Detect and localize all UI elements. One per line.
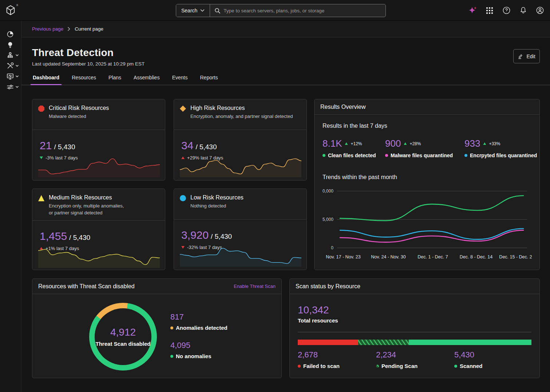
threat-scan-panel: Resources with Threat Scan disabled Enab…: [32, 278, 282, 378]
filter-sliders-icon: [6, 83, 15, 91]
topbar-actions: [468, 0, 544, 21]
stat-label: Anomalies detected: [176, 325, 227, 331]
trends-title: Trends within the past month: [323, 174, 397, 181]
card-body: 34/ 5,430 +29% last 7 days: [174, 130, 306, 180]
page-header: Threat Detection Last updated September …: [21, 37, 550, 67]
search-field[interactable]: [210, 4, 385, 17]
stat-value: 5,430: [454, 350, 483, 360]
sidebar-item-analytics[interactable]: [0, 29, 21, 39]
delta-up-icon: [483, 142, 486, 145]
registered-mark: ®: [16, 4, 18, 7]
svg-text:10,000: 10,000: [323, 189, 333, 194]
stat-label: Scanned: [460, 363, 483, 369]
brand-cube-icon: [5, 5, 16, 16]
lightbulb-icon: [6, 40, 15, 49]
bar-segment-pending: [358, 340, 409, 345]
monitor-pulse-icon: [6, 72, 15, 81]
stat-clean-files: 8.1K +12% Clean files detected: [323, 138, 385, 158]
delta-up-icon: [404, 142, 407, 145]
search-scope-dropdown[interactable]: Search: [176, 4, 210, 17]
edit-button[interactable]: Edit: [513, 49, 540, 63]
low-risk-card: Low Risk Resources Nothing detected 3,92…: [174, 189, 307, 270]
card-description: Encryption only, multiple anomalies, or …: [49, 203, 124, 217]
tab-plans[interactable]: Plans: [108, 75, 122, 85]
risk-total: / 5,430: [211, 233, 232, 240]
breadcrumb-previous-link[interactable]: Previous page: [32, 26, 63, 32]
search-scope-label: Search: [181, 8, 197, 13]
stat-pending-scan: 2,234 Pending Scan: [376, 350, 418, 369]
svg-text:0: 0: [331, 245, 333, 250]
notifications-icon[interactable]: [519, 6, 527, 15]
panel-title: Resources with Threat Scan disabled: [38, 283, 135, 290]
account-icon[interactable]: [535, 6, 544, 15]
legend-dot: [454, 365, 457, 368]
legend-dot: [170, 326, 173, 329]
enable-threat-scan-link[interactable]: Enable Threat Scan: [234, 284, 276, 289]
svg-text:Dec. 8 - Dec. 14: Dec. 8 - Dec. 14: [460, 254, 492, 260]
ai-assistant-icon[interactable]: [468, 6, 477, 15]
card-title: Low Risk Resources: [190, 194, 244, 201]
medium-risk-icon: [38, 195, 44, 201]
sidebar-item-tools[interactable]: [0, 60, 21, 71]
panel-title: Results Overview: [320, 104, 365, 110]
dashboard-grid: Critical Risk Resources Malware detected…: [21, 85, 550, 385]
trends-chart: 10,0005,0000Nov. 17 - Nov. 23Nov. 24 - N…: [323, 187, 532, 265]
tab-dashboard[interactable]: Dashboard: [32, 75, 60, 85]
chevron-down-icon: [200, 9, 205, 12]
legend-dot: [323, 154, 325, 157]
stat-failed-to-scan: 2,678 Failed to scan: [298, 350, 340, 369]
stat-label: Failed to scan: [303, 363, 340, 369]
sidebar-item-settings[interactable]: [0, 82, 21, 92]
sidebar-item-insights[interactable]: [0, 39, 21, 50]
stat-value: 2,234: [376, 350, 418, 360]
stat-label: Pending Scan: [381, 363, 418, 369]
bell-icon: [519, 6, 527, 15]
topbar: ® Search: [0, 0, 550, 21]
svg-text:Nov. 24 - Nov. 30: Nov. 24 - Nov. 30: [371, 254, 405, 260]
stat-scanned: 5,430 Scanned: [454, 350, 483, 369]
panel-header: Results Overview: [314, 99, 539, 115]
sidebar-item-monitoring[interactable]: [0, 71, 21, 82]
tab-reports[interactable]: Reports: [199, 75, 218, 85]
grid-icon: [486, 7, 493, 14]
svg-text:Nov. 17 - Nov. 23: Nov. 17 - Nov. 23: [326, 254, 360, 260]
risk-count: 3,920: [181, 229, 209, 241]
stat-malware-files: 900 +28% Malware files quarantined: [385, 138, 464, 158]
medium-risk-card: Medium Risk Resources Encryption only, m…: [32, 189, 165, 270]
card-body: 3,920/ 5,430 -32% last 7 days: [174, 219, 306, 270]
stat-value: 817: [170, 312, 227, 322]
legend-dot: [298, 365, 301, 368]
sidebar-item-anomaly[interactable]: [0, 50, 21, 60]
risk-count: 1,455: [40, 230, 67, 242]
card-title: Critical Risk Resources: [49, 105, 109, 111]
panel-header: Resources with Threat Scan disabled Enab…: [32, 279, 281, 294]
tab-events[interactable]: Events: [171, 75, 189, 85]
tab-resources[interactable]: Resources: [71, 75, 97, 85]
bar-segment-scanned: [409, 340, 531, 345]
search-icon: [214, 8, 221, 14]
risk-total: / 5,430: [54, 143, 75, 151]
scan-status-bar: [298, 340, 531, 345]
critical-risk-card: Critical Risk Resources Malware detected…: [32, 99, 165, 181]
chevron-right-icon: [68, 27, 70, 31]
tab-assemblies[interactable]: Assemblies: [133, 75, 161, 85]
risk-total: / 5,430: [195, 143, 217, 151]
donut-center: 4,912 Threat Scan disabled: [95, 308, 151, 365]
stat-delta: +33%: [489, 141, 500, 146]
stat-label: No anomalies: [176, 353, 211, 359]
help-icon[interactable]: [502, 6, 511, 15]
panel-header: Scan status by Resource: [290, 279, 539, 294]
anomaly-tree-icon: [6, 51, 15, 60]
risk-count: 21: [40, 139, 52, 151]
stat-delta: +28%: [409, 141, 421, 146]
card-header: Medium Risk Resources Encryption only, m…: [32, 189, 165, 221]
breadcrumb-current: Current page: [75, 26, 103, 32]
apps-grid-icon[interactable]: [485, 6, 494, 15]
app-logo[interactable]: ®: [5, 5, 17, 16]
divider: [298, 332, 531, 332]
total-resources-label: Total resources: [298, 317, 338, 324]
high-risk-sparkline: [180, 156, 301, 177]
search-input[interactable]: [223, 8, 381, 13]
sidebar: [0, 21, 21, 392]
low-risk-sparkline: [180, 246, 301, 267]
